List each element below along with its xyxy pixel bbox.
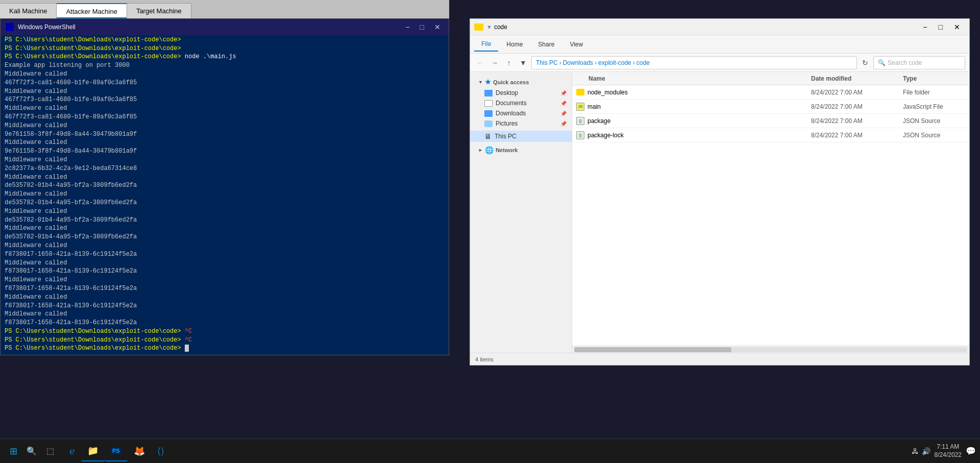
file-item[interactable]: {} package-lock 8/24/2022 7:00 AM JSON S… xyxy=(572,128,969,142)
ps-line: Middleware called xyxy=(5,293,445,302)
nav-item-pictures[interactable]: Pictures 📌 xyxy=(470,118,572,129)
taskbar-vscode-button[interactable]: ⟨⟩ xyxy=(151,441,170,461)
taskbar-firefox-button[interactable]: 🦊 xyxy=(128,441,151,461)
network-header[interactable]: ► 🌐 Network xyxy=(470,144,572,156)
file-item[interactable]: JS main 8/24/2022 7:00 AM JavaScript Fil… xyxy=(572,100,969,114)
ps-line: de535782-01b4-4a95-bf2a-3809fb6ed2fa xyxy=(5,233,445,241)
sys-tray: 🖧 🔊 xyxy=(912,447,930,455)
ps-line: f8738017-1658-421a-8139-6c19124f5e2a xyxy=(5,319,445,327)
file-label: node_modules xyxy=(587,89,628,96)
pin-icon-pictures: 📌 xyxy=(560,121,567,127)
task-view-button[interactable]: ⬚ xyxy=(41,442,59,460)
ps-content[interactable]: PS C:\Users\student\Downloads\exploit-co… xyxy=(1,35,449,355)
ps-line: de535782-01b4-4a95-bf2a-3809fb6ed2fa xyxy=(5,216,445,225)
task-view-icon: ⬚ xyxy=(46,446,54,456)
notification-icon[interactable]: 💬 xyxy=(966,446,976,456)
search-icon: 🔍 xyxy=(27,446,37,456)
ps-line: 9e761158-3f8f-49d8-8a44-30479b801a9f xyxy=(5,130,445,139)
ps-maximize-button[interactable]: □ xyxy=(417,23,427,31)
file-type: JavaScript File xyxy=(903,103,969,110)
col-date-header[interactable]: Date modified xyxy=(811,75,903,82)
powershell-window: Windows PowerShell − □ ✕ PS C:\Users\stu… xyxy=(0,18,449,355)
address-path[interactable]: This PC › Downloads › exploit-code › cod… xyxy=(531,56,857,69)
documents-icon xyxy=(484,100,493,107)
taskbar-search-button[interactable]: 🔍 xyxy=(22,442,41,460)
start-button[interactable]: ⊞ xyxy=(4,442,22,460)
nav-item-desktop[interactable]: Desktop 📌 xyxy=(470,88,572,98)
tray-network-icon[interactable]: 🖧 xyxy=(912,447,919,455)
ps-line: Middleware called xyxy=(5,121,445,130)
tab-attacker[interactable]: Attacker Machine xyxy=(57,3,127,18)
col-name-header[interactable]: Name xyxy=(572,75,811,82)
ps-line: Middleware called xyxy=(5,276,445,284)
taskbar-powershell-button[interactable]: PS xyxy=(105,441,128,461)
quick-access-header[interactable]: ▼ ★ Quick access xyxy=(470,76,572,88)
ps-line: 2c82377a-6b32-4c2a-9e12-beda67314ce8 xyxy=(5,164,445,173)
ribbon-tab-view[interactable]: View xyxy=(562,38,590,51)
fe-maximize-button[interactable]: □ xyxy=(934,22,948,32)
fe-minimize-button[interactable]: − xyxy=(918,22,932,32)
nav-item-documents[interactable]: Documents 📌 xyxy=(470,98,572,108)
ribbon-tab-share[interactable]: Share xyxy=(531,38,561,51)
file-date: 8/24/2022 7:00 AM xyxy=(811,117,903,125)
file-date: 8/24/2022 7:00 AM xyxy=(811,89,903,96)
chevron-icon: ▼ xyxy=(478,80,483,85)
file-label: package xyxy=(587,117,610,125)
taskbar-explorer-button[interactable]: 📁 xyxy=(81,441,105,461)
ps-line: PS C:\Users\student\Downloads\exploit-co… xyxy=(5,36,445,44)
ribbon-tab-file[interactable]: File xyxy=(474,37,498,52)
search-box[interactable]: 🔍 Search code xyxy=(873,56,965,69)
file-explorer-window: ▼ code − □ ✕ File Home Share View ← → ↑ … xyxy=(470,18,970,365)
this-pc-section: 🖥 This PC xyxy=(470,131,572,142)
file-name: node_modules xyxy=(572,89,811,96)
ribbon-tab-home[interactable]: Home xyxy=(499,38,530,51)
file-type: JSON Source xyxy=(903,117,969,125)
up-button[interactable]: ↑ xyxy=(503,57,515,69)
taskbar-clock[interactable]: 7:11 AM 8/24/2022 xyxy=(935,443,962,459)
path-this-pc[interactable]: This PC xyxy=(536,59,558,66)
horizontal-scrollbar[interactable] xyxy=(572,346,969,353)
tab-target[interactable]: Target Machine xyxy=(127,3,191,18)
fe-close-button[interactable]: ✕ xyxy=(949,22,965,32)
col-type-header[interactable]: Type xyxy=(903,75,969,82)
file-item[interactable]: node_modules 8/24/2022 7:00 AM File fold… xyxy=(572,85,969,100)
ps-line: f8738017-1658-421a-8139-6c19124f5e2a xyxy=(5,267,445,276)
taskbar-ie-button[interactable]: ℯ xyxy=(63,441,81,461)
path-code[interactable]: code xyxy=(636,59,650,66)
computer-icon: 🖥 xyxy=(484,132,492,140)
file-item[interactable]: {} package 8/24/2022 7:00 AM JSON Source xyxy=(572,114,969,128)
tray-volume-icon[interactable]: 🔊 xyxy=(922,447,930,455)
path-downloads[interactable]: Downloads xyxy=(563,59,593,66)
fe-folder-icon xyxy=(474,23,483,31)
tab-kali[interactable]: Kali Machine xyxy=(0,3,57,18)
ps-line: Middleware called xyxy=(5,310,445,319)
ps-line: Middleware called xyxy=(5,70,445,79)
quick-access-section: ▼ ★ Quick access Desktop 📌 Documents 📌 D… xyxy=(470,76,572,129)
powershell-icon: PS xyxy=(111,447,121,454)
nav-item-downloads[interactable]: Downloads 📌 xyxy=(470,108,572,118)
recent-locations-button[interactable]: ▼ xyxy=(517,57,529,69)
path-exploit-code[interactable]: exploit-code xyxy=(598,59,631,66)
pin-icon: 📌 xyxy=(560,90,567,96)
ps-line: 467f72f3-ca81-4680-b1fe-89af0c3a6f85 xyxy=(5,79,445,87)
folder-icon xyxy=(576,89,584,95)
file-name: {} package-lock xyxy=(572,131,811,139)
ps-close-button[interactable]: ✕ xyxy=(431,23,444,31)
file-rows: node_modules 8/24/2022 7:00 AM File fold… xyxy=(572,85,969,346)
vscode-icon: ⟨⟩ xyxy=(157,446,164,457)
js-icon: JS xyxy=(576,103,584,111)
ps-line: Middleware called xyxy=(5,259,445,267)
ps-minimize-button[interactable]: − xyxy=(402,23,412,31)
nav-item-this-pc[interactable]: 🖥 This PC xyxy=(470,131,572,142)
back-button[interactable]: ← xyxy=(474,57,486,69)
pictures-icon xyxy=(484,120,493,127)
forward-button[interactable]: → xyxy=(488,57,501,69)
ps-line: PS C:\Users\student\Downloads\exploit-co… xyxy=(5,53,445,61)
refresh-button[interactable]: ↻ xyxy=(859,57,871,69)
ps-title-bar: Windows PowerShell − □ ✕ xyxy=(1,19,449,35)
ps-line: Middleware called xyxy=(5,156,445,164)
search-icon: 🔍 xyxy=(878,59,886,66)
downloads-icon xyxy=(484,110,493,117)
ps-line: 9e761158-3f8f-49d8-8a44-30479b801a9f xyxy=(5,147,445,156)
fe-window-title: code xyxy=(494,23,918,31)
